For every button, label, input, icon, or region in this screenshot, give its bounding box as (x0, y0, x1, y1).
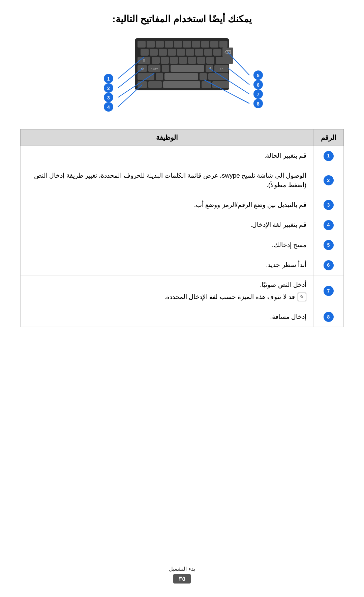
svg-rect-29 (197, 57, 205, 64)
svg-rect-12 (150, 49, 158, 56)
svg-rect-17 (195, 49, 203, 56)
svg-line-67 (229, 68, 249, 85)
table-row: 6 أبدأ سطر جديد. (21, 255, 344, 275)
svg-rect-18 (204, 49, 212, 56)
svg-rect-1 (138, 41, 146, 48)
page-header: يمكنك أيضًا استخدام المفاتيح التالية: (20, 13, 344, 25)
row-num-1: 1 (313, 146, 344, 166)
table-header-function: الوظيفة (21, 129, 313, 146)
row-num-8: 8 (313, 307, 344, 327)
row-num-3: 3 (313, 195, 344, 215)
svg-rect-50 (202, 81, 211, 88)
function-table: الرقم الوظيفة 1 قم بتغيير الحالة. 2 الوص… (20, 129, 344, 327)
row-func-1: قم بتغيير الحالة. (21, 146, 313, 166)
svg-text:3: 3 (107, 95, 110, 100)
row-func-7-notice: ✎ قد لا تتوف هذه الميزة حسب لغة الإدخال … (27, 292, 306, 302)
svg-rect-9 (210, 41, 218, 48)
svg-rect-15 (177, 49, 185, 56)
footer-page-number: ٣٥ (173, 574, 191, 584)
svg-rect-24 (152, 57, 160, 64)
row-func-8: إدخال مسافة. (21, 307, 313, 327)
svg-rect-44 (164, 73, 198, 80)
svg-rect-28 (188, 57, 196, 64)
table-header-number: الرقم (313, 129, 344, 146)
svg-rect-11 (141, 49, 149, 56)
svg-rect-27 (179, 57, 187, 64)
svg-rect-14 (168, 49, 176, 56)
svg-text:8: 8 (257, 101, 260, 107)
svg-text:4: 4 (107, 105, 110, 110)
row-func-3: قم بالتبديل بين وضع الرقم/الرمز ووضع أب. (21, 195, 313, 215)
table-row: 4 قم بتغيير لغة الإدخال. (21, 215, 344, 235)
svg-text:6: 6 (257, 82, 260, 88)
svg-rect-13 (159, 49, 167, 56)
footer-label: بدء التشغيل (0, 566, 364, 572)
svg-text:⇧: ⇧ (142, 58, 146, 63)
table-row: 7 أدخل النص صوتيًا. ✎ قد لا تتوف هذه الم… (21, 275, 344, 307)
row-num-4: 4 (313, 215, 344, 235)
svg-rect-8 (201, 41, 209, 48)
svg-rect-45 (200, 73, 207, 80)
svg-rect-16 (186, 49, 194, 56)
row-num-7: 7 (313, 275, 344, 307)
svg-rect-19 (213, 49, 221, 56)
svg-line-61 (118, 85, 142, 107)
row-func-4: قم بتغيير لغة الإدخال. (21, 215, 313, 235)
keyboard-svg: ⌫ ⇧ ⚙ ?123 (88, 35, 276, 119)
keyboard-diagram: ⌫ ⇧ ⚙ ?123 (20, 35, 344, 119)
svg-rect-7 (192, 41, 200, 48)
page-footer: بدء التشغيل ٣٥ (0, 566, 364, 584)
row-func-7: أدخل النص صوتيًا. ✎ قد لا تتوف هذه الميز… (21, 275, 313, 307)
page-container: يمكنك أيضًا استخدام المفاتيح التالية: (0, 0, 364, 597)
row-num-6: 6 (313, 255, 344, 275)
row-func-2: الوصول إلى شاشة تلميح swype، عرض قائمة ا… (21, 166, 313, 195)
svg-rect-4 (165, 41, 173, 48)
svg-rect-25 (161, 57, 169, 64)
svg-rect-51 (212, 81, 229, 88)
table-row: 5 مسح إدخالك. (21, 235, 344, 255)
row-func-7-line2: قد لا تتوف هذه الميزة حسب لغة الإدخال ال… (164, 292, 295, 302)
svg-text:7: 7 (257, 92, 260, 97)
row-func-5: مسح إدخالك. (21, 235, 313, 255)
svg-rect-49 (163, 81, 200, 88)
svg-text:1: 1 (107, 76, 110, 82)
row-func-7-line1: أدخل النص صوتيًا. (27, 280, 306, 290)
notice-icon: ✎ (298, 293, 306, 301)
svg-rect-26 (170, 57, 178, 64)
svg-text:↵: ↵ (220, 67, 223, 71)
table-row: 1 قم بتغيير الحالة. (21, 146, 344, 166)
svg-rect-10 (219, 41, 228, 48)
row-num-5: 5 (313, 235, 344, 255)
row-num-2: 2 (313, 166, 344, 195)
svg-text:?123: ?123 (151, 67, 158, 71)
svg-rect-31 (216, 57, 233, 64)
svg-rect-2 (147, 41, 155, 48)
table-row: 8 إدخال مسافة. (21, 307, 344, 327)
row-func-6: أبدأ سطر جديد. (21, 255, 313, 275)
svg-rect-43 (156, 73, 163, 80)
svg-text:5: 5 (257, 73, 260, 78)
svg-rect-36 (162, 65, 169, 72)
svg-rect-30 (206, 57, 214, 64)
svg-rect-48 (148, 81, 162, 88)
table-row: 3 قم بالتبديل بين وضع الرقم/الرمز ووضع أ… (21, 195, 344, 215)
svg-rect-6 (183, 41, 191, 48)
svg-text:2: 2 (107, 86, 110, 91)
svg-rect-5 (174, 41, 182, 48)
svg-rect-37 (171, 65, 204, 72)
table-row: 2 الوصول إلى شاشة تلميح swype، عرض قائمة… (21, 166, 344, 195)
svg-rect-3 (156, 41, 164, 48)
